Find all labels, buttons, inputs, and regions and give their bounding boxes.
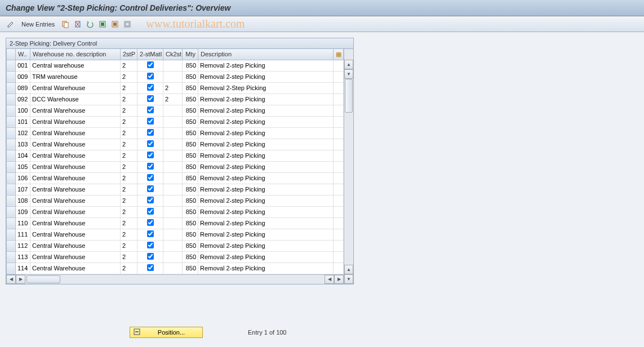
cell-mty[interactable]: 850 bbox=[183, 105, 198, 116]
cell-2stmatl[interactable] bbox=[137, 82, 163, 94]
cell-mdesc[interactable]: Removal 2-step Picking bbox=[198, 60, 334, 71]
toggle-display-change-icon[interactable] bbox=[6, 19, 16, 29]
hscroll-thumb[interactable] bbox=[26, 275, 60, 283]
cell-ck2st[interactable] bbox=[163, 240, 183, 251]
cell-mty[interactable]: 850 bbox=[183, 229, 198, 240]
new-entries-button[interactable]: New Entries bbox=[18, 21, 58, 28]
cell-2stmatl[interactable] bbox=[137, 94, 163, 105]
vscroll-down2-icon[interactable]: ▼ bbox=[344, 274, 353, 284]
col-header-select[interactable] bbox=[7, 49, 16, 60]
cell-warehouse-desc[interactable]: Central Warehouse bbox=[30, 161, 121, 172]
cell-2stp[interactable]: 2 bbox=[121, 195, 137, 206]
vscroll-up-icon[interactable]: ▲ bbox=[344, 60, 353, 69]
table-row[interactable]: 101Central Warehouse2850Removal 2-step P… bbox=[7, 116, 344, 127]
cell-mty[interactable]: 850 bbox=[183, 161, 198, 172]
cell-2stmatl[interactable] bbox=[137, 139, 163, 150]
cell-warehouse-desc[interactable]: Central Warehouse bbox=[30, 127, 121, 139]
vscroll-thumb[interactable] bbox=[345, 79, 353, 113]
matl-checkbox[interactable] bbox=[147, 84, 154, 91]
cell-mdesc[interactable]: Removal 2-step Picking bbox=[198, 161, 334, 172]
row-selector[interactable] bbox=[7, 105, 16, 116]
cell-mdesc[interactable]: Removal 2-step Picking bbox=[198, 105, 334, 116]
row-selector[interactable] bbox=[7, 127, 16, 139]
cell-mdesc[interactable]: Removal 2-step Picking bbox=[198, 150, 334, 161]
col-header-mty[interactable]: Mty bbox=[183, 49, 198, 60]
cell-warehouse-no[interactable]: 114 bbox=[16, 263, 30, 274]
cell-2stmatl[interactable] bbox=[137, 71, 163, 82]
cell-warehouse-desc[interactable]: Central Warehouse bbox=[30, 251, 121, 263]
matl-checkbox[interactable] bbox=[147, 242, 154, 248]
row-selector[interactable] bbox=[7, 82, 16, 94]
cell-ck2st[interactable] bbox=[163, 116, 183, 127]
cell-warehouse-no[interactable]: 108 bbox=[16, 195, 30, 206]
cell-mty[interactable]: 850 bbox=[183, 127, 198, 139]
cell-warehouse-desc[interactable]: Central Warehouse bbox=[30, 116, 121, 127]
vscroll-track[interactable] bbox=[344, 79, 353, 265]
cell-ck2st[interactable] bbox=[163, 229, 183, 240]
cell-warehouse-no[interactable]: 111 bbox=[16, 229, 30, 240]
cell-2stp[interactable]: 2 bbox=[121, 127, 137, 139]
cell-ck2st[interactable] bbox=[163, 184, 183, 195]
row-selector[interactable] bbox=[7, 217, 16, 229]
vscroll-down-icon[interactable]: ▼ bbox=[344, 69, 353, 79]
hscroll-right-icon[interactable]: ▶ bbox=[16, 275, 25, 284]
cell-warehouse-no[interactable]: 009 bbox=[16, 71, 30, 82]
matl-checkbox[interactable] bbox=[147, 118, 154, 124]
cell-warehouse-no[interactable]: 109 bbox=[16, 206, 30, 217]
horizontal-scrollbar[interactable]: ◀ ▶ ◀ ▶ bbox=[6, 274, 344, 284]
matl-checkbox[interactable] bbox=[147, 219, 154, 226]
cell-2stp[interactable]: 2 bbox=[121, 116, 137, 127]
cell-2stp[interactable]: 2 bbox=[121, 60, 137, 71]
cell-warehouse-desc[interactable]: Central Warehouse bbox=[30, 263, 121, 274]
row-selector[interactable] bbox=[7, 94, 16, 105]
cell-warehouse-no[interactable]: 100 bbox=[16, 105, 30, 116]
matl-checkbox[interactable] bbox=[147, 61, 154, 68]
cell-warehouse-desc[interactable]: Central Warehouse bbox=[30, 206, 121, 217]
cell-2stmatl[interactable] bbox=[137, 127, 163, 139]
table-row[interactable]: 103Central Warehouse2850Removal 2-step P… bbox=[7, 139, 344, 150]
matl-checkbox[interactable] bbox=[147, 163, 154, 170]
cell-warehouse-desc[interactable]: Central Warehouse bbox=[30, 105, 121, 116]
cell-mty[interactable]: 850 bbox=[183, 240, 198, 251]
row-selector[interactable] bbox=[7, 240, 16, 251]
table-row[interactable]: 113Central Warehouse2850Removal 2-step P… bbox=[7, 251, 344, 263]
cell-mty[interactable]: 850 bbox=[183, 82, 198, 94]
table-row[interactable]: 089Central Warehouse22850Removal 2-Step … bbox=[7, 82, 344, 94]
cell-mdesc[interactable]: Removal 2-Step Picking bbox=[198, 82, 334, 94]
cell-warehouse-no[interactable]: 106 bbox=[16, 172, 30, 184]
cell-2stp[interactable]: 2 bbox=[121, 71, 137, 82]
cell-mdesc[interactable]: Removal 2-step Picking bbox=[198, 71, 334, 82]
cell-warehouse-desc[interactable]: Central Warehouse bbox=[30, 172, 121, 184]
col-header-mdesc[interactable]: Description bbox=[198, 49, 334, 60]
cell-warehouse-no[interactable]: 104 bbox=[16, 150, 30, 161]
cell-warehouse-no[interactable]: 105 bbox=[16, 161, 30, 172]
cell-2stmatl[interactable] bbox=[137, 251, 163, 263]
matl-checkbox[interactable] bbox=[147, 174, 154, 181]
col-header-config[interactable]: ▦ bbox=[334, 49, 344, 60]
cell-ck2st[interactable] bbox=[163, 206, 183, 217]
cell-warehouse-desc[interactable]: Central Warehouse bbox=[30, 195, 121, 206]
cell-2stp[interactable]: 2 bbox=[121, 161, 137, 172]
cell-2stmatl[interactable] bbox=[137, 150, 163, 161]
table-row[interactable]: 111Central Warehouse2850Removal 2-step P… bbox=[7, 229, 344, 240]
cell-warehouse-desc[interactable]: Central warehouse bbox=[30, 60, 121, 71]
row-selector[interactable] bbox=[7, 60, 16, 71]
cell-mdesc[interactable]: Removal 2-step Picking bbox=[198, 263, 334, 274]
cell-2stp[interactable]: 2 bbox=[121, 206, 137, 217]
cell-mdesc[interactable]: Removal 2-step Picking bbox=[198, 127, 334, 139]
cell-2stmatl[interactable] bbox=[137, 161, 163, 172]
cell-2stmatl[interactable] bbox=[137, 184, 163, 195]
row-selector[interactable] bbox=[7, 172, 16, 184]
cell-ck2st[interactable] bbox=[163, 139, 183, 150]
cell-warehouse-no[interactable]: 001 bbox=[16, 60, 30, 71]
cell-2stp[interactable]: 2 bbox=[121, 217, 137, 229]
cell-mdesc[interactable]: Removal 2-step Picking bbox=[198, 240, 334, 251]
matl-checkbox[interactable] bbox=[147, 264, 154, 271]
row-selector[interactable] bbox=[7, 150, 16, 161]
matl-checkbox[interactable] bbox=[147, 129, 154, 136]
cell-warehouse-desc[interactable]: Central Warehouse bbox=[30, 217, 121, 229]
table-row[interactable]: 110Central Warehouse2850Removal 2-step P… bbox=[7, 217, 344, 229]
cell-ck2st[interactable] bbox=[163, 217, 183, 229]
cell-2stmatl[interactable] bbox=[137, 195, 163, 206]
cell-warehouse-no[interactable]: 101 bbox=[16, 116, 30, 127]
